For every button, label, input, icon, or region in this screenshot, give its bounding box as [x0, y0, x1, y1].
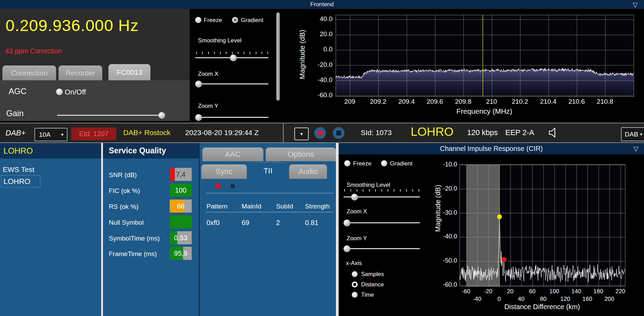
protection-label: EEP 2-A	[505, 128, 534, 137]
fe-freeze-radio[interactable]	[195, 17, 201, 23]
cir-freeze-radio[interactable]	[344, 160, 350, 166]
stop-button[interactable]	[333, 127, 345, 139]
cir-xaxis-radio-time[interactable]	[352, 292, 358, 298]
quality-row-label: SymbolTime (ms)	[109, 235, 160, 242]
gain-label: Gain	[6, 109, 24, 118]
tii-column-header: MainId	[242, 203, 261, 210]
fe-xtick: 209	[338, 98, 362, 105]
fe-ytick: 20.0	[308, 30, 332, 38]
fe-zoomx-label: Zoom X	[198, 71, 219, 78]
cir-zoomy-track[interactable]	[344, 248, 420, 249]
quality-row-bar: 100	[170, 184, 192, 197]
quality-bar-fill	[170, 215, 192, 228]
tii-column-header: SubId	[276, 203, 293, 210]
cir-xtick: 200	[601, 296, 618, 303]
record-icon	[318, 131, 323, 136]
tuner-tab-content: AGC On/Off Gain	[0, 80, 190, 121]
cir-xtick: -40	[468, 296, 486, 303]
output-combobox[interactable]: DAB ▼	[621, 127, 644, 141]
cir-zoomx-thumb[interactable]	[344, 220, 350, 226]
cir-zoomy-thumb[interactable]	[344, 245, 350, 252]
cir-xtick: 160	[579, 296, 596, 303]
slider-tick	[202, 52, 203, 54]
cir-xaxis-label: x-Axis	[346, 260, 362, 267]
slider-tick	[196, 52, 197, 54]
cir-zoomy-label: Zoom Y	[347, 235, 367, 242]
fe-xtick: 210.2	[508, 98, 532, 105]
quality-bar-value: 100	[175, 186, 186, 194]
cir-xaxis-radio-samples[interactable]	[352, 271, 358, 277]
cir-ytick: -30.0	[433, 209, 457, 216]
gain-slider-thumb[interactable]	[158, 112, 165, 119]
fe-xtick: 209.8	[451, 98, 475, 105]
agc-onoff-radio[interactable]	[56, 89, 63, 95]
tii-stop-indicator-icon[interactable]	[231, 184, 235, 188]
slider-tick	[412, 189, 413, 192]
tuner-tab-connection[interactable]: Connection	[2, 65, 56, 80]
cir-xaxis-radio-distance[interactable]	[352, 282, 358, 287]
fe-spectrum-plot[interactable]	[336, 15, 634, 97]
frontend-collapse-icon[interactable]: ▽	[633, 1, 638, 9]
panel-separator[interactable]	[336, 143, 339, 316]
quality-row-label: FIC (ok %)	[109, 187, 140, 195]
record-button[interactable]	[314, 127, 326, 139]
tab-tii[interactable]: TII	[249, 162, 287, 179]
channel-combobox[interactable]: 10A ▼	[34, 128, 67, 141]
cir-xtick: 180	[590, 288, 607, 295]
cir-xtick: 20	[502, 288, 519, 295]
slider-tick	[400, 189, 401, 192]
dropdown-button[interactable]: ▼	[294, 128, 309, 140]
slider-tick	[220, 52, 221, 54]
chevron-down-icon: ▼	[60, 132, 64, 137]
slider-tick	[357, 189, 357, 192]
tii-record-indicator-icon[interactable]	[215, 183, 221, 188]
fe-zoomy-thumb[interactable]	[195, 114, 202, 121]
cir-xtick: -20	[479, 288, 497, 295]
service-list-item[interactable]: EWS Test	[3, 165, 34, 174]
service-list-header: LOHRO	[0, 143, 101, 159]
quality-bar-fill	[170, 168, 175, 181]
tab-audio[interactable]: Audio	[289, 164, 327, 179]
fe-gradient-checked-icon[interactable]: ✕	[232, 17, 238, 23]
cir-plot[interactable]	[460, 164, 625, 287]
cir-collapse-icon[interactable]: ▽	[633, 145, 638, 153]
quality-bar-value: 0,53	[174, 234, 188, 242]
cir-xaxis-option-label: Time	[361, 292, 374, 298]
cir-ylabel: Magnitude (dB)	[434, 174, 442, 243]
stop-icon	[336, 131, 341, 135]
service-name-display: LOHRO	[411, 125, 453, 139]
tuner-tab-fc0013[interactable]: FC0013	[108, 64, 150, 80]
tuner-tab-recorder[interactable]: Recorder	[59, 65, 102, 80]
service-selection-box	[1, 175, 40, 187]
quality-row-bar: 66	[170, 200, 192, 213]
fe-vertical-scrollbar[interactable]	[276, 12, 280, 101]
fe-smoothing-thumb[interactable]	[230, 54, 237, 61]
slider-tick	[388, 189, 388, 192]
tab-aac[interactable]: AAC	[202, 147, 263, 161]
cir-smoothing-thumb[interactable]	[351, 194, 358, 201]
speaker-icon[interactable]	[547, 126, 560, 139]
fe-zoomx-thumb[interactable]	[195, 81, 202, 88]
gain-slider-track[interactable]	[57, 115, 165, 116]
cir-zoomx-track[interactable]	[344, 222, 420, 223]
slider-tick	[250, 52, 250, 54]
tab-sync[interactable]: Sync	[201, 164, 247, 179]
cir-gradient-radio[interactable]	[381, 160, 387, 166]
fe-ytick: 40.0	[308, 15, 332, 23]
slider-tick	[381, 189, 382, 192]
fe-zoomy-track[interactable]	[195, 117, 268, 118]
tab-options[interactable]: Options	[266, 147, 336, 161]
cir-ytick: -50.0	[433, 257, 457, 264]
fe-zoomy-label: Zoom Y	[198, 103, 218, 110]
datetime-label: 2023-08-20 19:29:44 Z	[185, 129, 259, 137]
slider-tick	[238, 52, 239, 54]
frontend-title: Frontend	[0, 1, 644, 8]
service-quality-title: Service Quality	[109, 146, 166, 155]
slider-tick	[232, 52, 233, 54]
fe-zoomx-track[interactable]	[195, 83, 268, 84]
slider-tick	[226, 52, 226, 54]
fe-xtick: 210.4	[536, 98, 560, 105]
fe-freeze-label: Freeze	[204, 17, 222, 24]
cir-ytick: -40.0	[433, 233, 457, 240]
frontend-titlebar: Frontend	[0, 0, 644, 9]
